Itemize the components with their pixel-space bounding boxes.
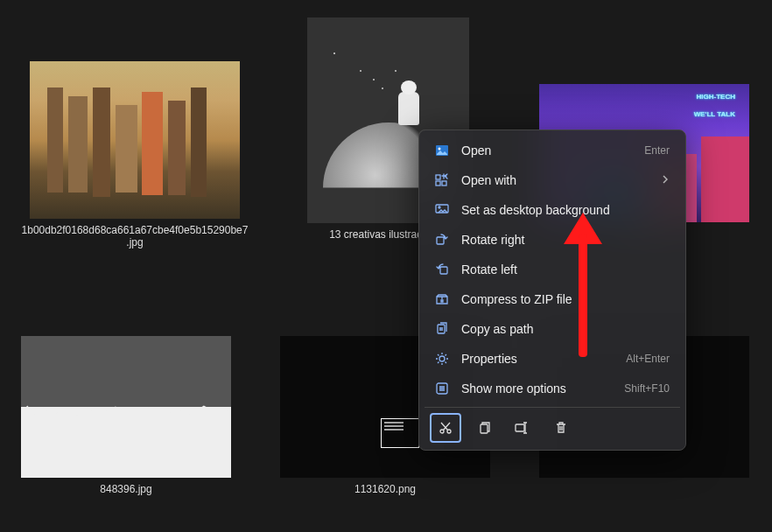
- svg-rect-15: [516, 424, 524, 431]
- trash-icon: [554, 421, 568, 435]
- svg-rect-3: [436, 181, 440, 186]
- thumbnail-image: [30, 61, 240, 219]
- menu-item-show-more-options[interactable]: Show more options Shift+F10: [425, 374, 680, 403]
- menu-label: Open: [461, 144, 632, 158]
- svg-point-10: [439, 356, 445, 361]
- context-menu: Open Enter Open with Set as desktop back…: [418, 130, 686, 451]
- context-action-bar: [425, 407, 680, 444]
- menu-shortcut: Enter: [644, 144, 670, 157]
- chevron-right-icon: [661, 174, 670, 186]
- decorative-terminal: [381, 418, 419, 448]
- file-item[interactable]: 848396.jpg: [21, 336, 231, 495]
- menu-item-properties[interactable]: Properties Alt+Enter: [425, 344, 680, 374]
- menu-item-rotate-right[interactable]: Rotate right: [425, 225, 680, 255]
- svg-point-6: [439, 206, 440, 208]
- menu-item-copy-as-path[interactable]: Copy as path: [425, 314, 680, 344]
- menu-item-set-desktop-background[interactable]: Set as desktop background: [425, 195, 680, 225]
- decorative-sign: HIGH-TECH: [697, 93, 735, 101]
- svg-rect-9: [438, 325, 445, 333]
- menu-label: Rotate right: [461, 233, 670, 247]
- file-name: 1131620.png: [354, 483, 416, 495]
- rotate-right-icon: [435, 233, 449, 247]
- svg-point-13: [447, 430, 451, 433]
- file-name: 848396.jpg: [100, 483, 151, 495]
- cut-button[interactable]: [430, 413, 461, 443]
- svg-rect-14: [481, 424, 488, 433]
- scissors-icon: [439, 421, 453, 435]
- rotate-left-icon: [435, 262, 449, 276]
- delete-button[interactable]: [545, 413, 577, 443]
- svg-rect-8: [440, 267, 447, 274]
- svg-point-1: [439, 148, 441, 150]
- svg-rect-4: [442, 181, 446, 186]
- rename-button[interactable]: [507, 413, 538, 443]
- menu-label: Copy as path: [461, 322, 670, 336]
- properties-icon: [435, 352, 449, 366]
- rename-icon: [515, 421, 530, 435]
- more-options-icon: [435, 382, 449, 396]
- decorative-sign: WE'LL TALK: [694, 110, 735, 118]
- zip-icon: [435, 292, 449, 306]
- decorative-astronaut: [398, 92, 419, 125]
- svg-point-12: [440, 430, 444, 433]
- image-icon: [435, 144, 449, 158]
- menu-item-compress-zip[interactable]: Compress to ZIP file: [425, 284, 680, 314]
- copy-path-icon: [435, 322, 449, 336]
- menu-item-open-with[interactable]: Open with: [425, 165, 680, 195]
- thumbnail-image: [21, 336, 231, 478]
- menu-label: Show more options: [461, 382, 612, 396]
- open-with-icon: [435, 173, 449, 187]
- copy-icon: [477, 421, 491, 435]
- menu-shortcut: Alt+Enter: [626, 353, 670, 365]
- menu-label: Properties: [461, 352, 614, 366]
- desktop-icon: [435, 203, 449, 217]
- menu-shortcut: Shift+F10: [624, 382, 670, 395]
- decorative-stars: [333, 52, 335, 54]
- menu-label: Set as desktop background: [461, 203, 670, 217]
- menu-item-open[interactable]: Open Enter: [425, 136, 680, 165]
- file-item[interactable]: 1b00db2f0168d68ca661a67cbe4f0e5b15290be7…: [21, 61, 249, 248]
- menu-label: Rotate left: [461, 262, 670, 276]
- menu-label: Compress to ZIP file: [461, 292, 670, 306]
- menu-item-rotate-left[interactable]: Rotate left: [425, 255, 680, 284]
- menu-label: Open with: [461, 173, 649, 187]
- copy-button[interactable]: [468, 413, 500, 443]
- svg-rect-7: [437, 237, 444, 244]
- file-name: 1b00db2f0168d68ca661a67cbe4f0e5b15290be7…: [21, 224, 249, 248]
- svg-rect-2: [436, 175, 440, 179]
